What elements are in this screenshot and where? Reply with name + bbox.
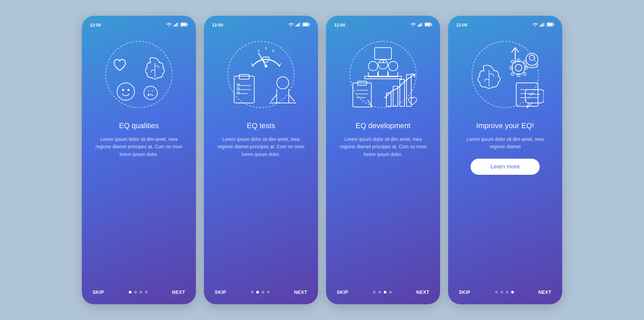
title-3: EQ development: [356, 121, 411, 130]
status-icons-1: [166, 22, 188, 28]
nav-bar-2: SKIP NEXT: [212, 289, 310, 295]
svg-rect-46: [425, 23, 430, 26]
next-button-3[interactable]: NEXT: [416, 289, 429, 295]
dashed-circle-4: [472, 41, 539, 108]
svg-rect-17: [300, 22, 301, 26]
svg-rect-42: [419, 24, 420, 26]
svg-rect-7: [187, 24, 188, 25]
next-button-2[interactable]: NEXT: [294, 289, 307, 295]
dot-1-4: [145, 291, 148, 294]
illustration-eq-development: [343, 34, 423, 115]
illustration-eq-qualities: [99, 34, 179, 115]
battery-icon-3: [425, 22, 432, 28]
dots-2: [251, 291, 270, 294]
dot-2-4: [267, 291, 270, 294]
signal-icon-1: [173, 22, 179, 28]
body-4: Lorem ipsum dolor sit dim amet, mea regi…: [456, 136, 554, 151]
svg-rect-41: [418, 25, 419, 26]
svg-line-38: [289, 95, 294, 101]
signal-icon-4: [540, 22, 545, 28]
wifi-icon-2: [288, 22, 294, 28]
nav-bar-3: SKIP NEXT: [334, 289, 432, 295]
svg-rect-15: [297, 24, 298, 26]
status-icons-2: [288, 22, 310, 28]
svg-point-65: [535, 25, 536, 26]
dot-1-3: [140, 291, 142, 294]
dot-2-2: [256, 291, 259, 294]
dot-1-2: [134, 291, 137, 294]
dashed-circle-3: [350, 41, 417, 108]
svg-rect-68: [542, 23, 543, 26]
svg-rect-47: [431, 24, 432, 25]
wifi-icon-1: [166, 22, 172, 28]
body-1: Lorem ipsum dolor sit dim amet, mea regi…: [90, 136, 188, 158]
svg-rect-4: [177, 22, 178, 26]
dashed-circle-1: [105, 41, 172, 108]
status-bar-2: 12:00: [212, 22, 310, 28]
status-bar-4: 12:00: [456, 22, 554, 28]
svg-rect-6: [181, 23, 186, 26]
skip-button-1[interactable]: SKIP: [93, 289, 104, 295]
dot-4-4: [511, 291, 514, 294]
screens-container: 12:00: [82, 16, 562, 304]
body-2: Lorem ipsum dolor sit dim amet, mea regi…: [212, 136, 310, 158]
dot-1-1: [129, 291, 131, 294]
time-2: 12:00: [212, 22, 223, 28]
svg-rect-16: [298, 23, 299, 26]
dots-3: [373, 291, 392, 294]
illustration-eq-tests: [221, 34, 301, 115]
svg-rect-20: [309, 24, 310, 25]
svg-rect-71: [547, 23, 552, 26]
learn-more-button[interactable]: Learn more: [471, 159, 540, 175]
nav-bar-1: SKIP NEXT: [90, 289, 188, 295]
signal-icon-2: [296, 22, 301, 28]
skip-button-2[interactable]: SKIP: [215, 289, 226, 295]
wifi-icon-3: [411, 22, 416, 28]
dot-2-1: [251, 291, 254, 294]
dot-4-1: [495, 291, 498, 294]
title-4: Improve your EQ!: [476, 121, 534, 130]
svg-rect-3: [176, 23, 177, 26]
time-3: 12:00: [334, 22, 345, 28]
svg-rect-14: [296, 25, 297, 26]
screen-eq-development: 12:00: [326, 16, 440, 304]
svg-rect-67: [541, 24, 542, 26]
dot-3-1: [373, 291, 376, 294]
next-button-1[interactable]: NEXT: [172, 289, 185, 295]
status-icons-4: [533, 22, 554, 28]
time-4: 12:00: [456, 22, 467, 28]
time-1: 12:00: [90, 22, 101, 28]
title-2: EQ tests: [247, 121, 275, 130]
status-icons-3: [411, 22, 432, 28]
svg-rect-43: [420, 23, 421, 26]
nav-bar-4: SKIP NEXT: [456, 289, 554, 295]
title-1: EQ qualities: [119, 121, 159, 130]
status-bar-3: 12:00: [334, 22, 432, 28]
dot-3-2: [378, 291, 381, 294]
dot-3-4: [389, 291, 392, 294]
dots-4: [495, 291, 514, 294]
svg-rect-44: [422, 22, 423, 26]
next-button-4[interactable]: NEXT: [538, 289, 551, 295]
svg-rect-69: [544, 22, 545, 26]
battery-icon-4: [547, 22, 554, 28]
illustration-improve-eq: [465, 34, 545, 115]
svg-point-13: [291, 25, 292, 26]
svg-rect-72: [553, 24, 554, 25]
skip-button-4[interactable]: SKIP: [459, 289, 471, 295]
screen-eq-qualities: 12:00: [82, 16, 196, 304]
dot-2-3: [262, 291, 264, 294]
skip-button-3[interactable]: SKIP: [337, 289, 348, 295]
svg-rect-2: [175, 24, 176, 26]
svg-rect-19: [303, 23, 308, 26]
signal-icon-3: [418, 22, 423, 28]
battery-icon-1: [180, 22, 188, 28]
svg-rect-1: [173, 25, 174, 26]
wifi-icon-4: [533, 22, 538, 28]
dots-1: [129, 291, 148, 294]
status-bar-1: 12:00: [90, 22, 188, 28]
dot-4-3: [506, 291, 508, 294]
dot-4-2: [500, 291, 503, 294]
body-3: Lorem ipsum dolor sit dim amet, mea regi…: [334, 136, 432, 158]
svg-point-0: [169, 25, 170, 26]
